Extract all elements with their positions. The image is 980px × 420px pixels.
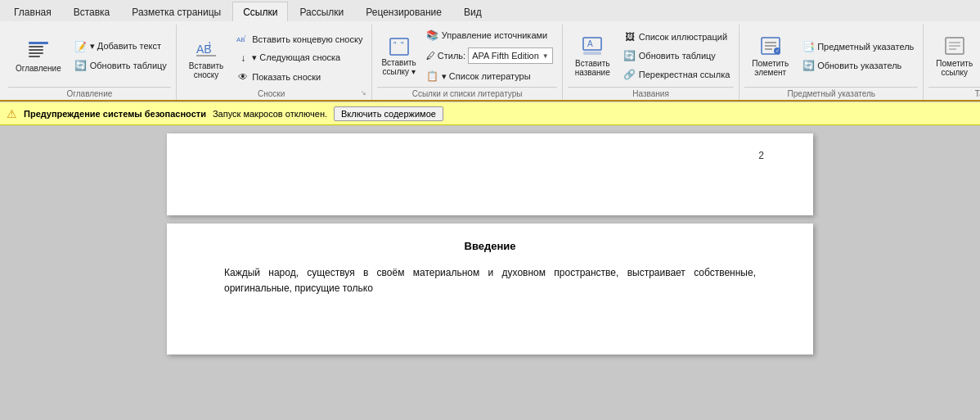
show-notes-label: Показать сноски [252, 72, 321, 82]
warning-message: Запуск макросов отключен. [213, 109, 327, 119]
next-footnote-button[interactable]: ↓ ▾ Следующая сноска [232, 49, 366, 67]
index-list-icon: 📑 [802, 40, 815, 53]
manage-sources-icon: 📚 [426, 29, 439, 42]
cross-reference-button[interactable]: 🔗 Перекрестная ссылка [619, 65, 735, 84]
cross-reference-icon: 🔗 [623, 68, 636, 81]
group-tableofauthorities: Пометить ссылку 📋 Таблица ссылок 🔄 Обнов… [924, 25, 980, 100]
index-list-label: Предметный указатель [817, 42, 914, 52]
group-citations: "" Вставить ссылку ▾ 📚 Управление источн… [372, 25, 562, 100]
mark-citation-button[interactable]: Пометить ссылку [928, 28, 980, 84]
mark-citation-label: Пометить ссылку [936, 59, 973, 77]
citation-icon: "" [388, 35, 411, 58]
svg-rect-3 [29, 52, 43, 54]
tab-insert[interactable]: Вставка [63, 2, 121, 21]
warning-icon: ⚠ [7, 107, 17, 120]
group-toc-label: Оглавление [8, 87, 171, 98]
add-text-label: ▾ Добавить текст [90, 41, 161, 52]
endnote-icon: ABi [236, 33, 249, 46]
toc-icon [27, 39, 50, 62]
insert-toc-label: Оглавление [16, 64, 61, 73]
insert-citation-button[interactable]: "" Вставить ссылку ▾ [377, 28, 420, 84]
update-toc-label: Обновить таблицу [90, 61, 167, 70]
tab-mailings[interactable]: Рассылки [289, 2, 354, 21]
insert-citation-label: Вставить ссылку ▾ [381, 58, 416, 76]
tab-review[interactable]: Рецензирование [355, 2, 452, 21]
enable-content-button[interactable]: Включить содержимое [334, 106, 443, 121]
svg-text:A: A [587, 39, 593, 48]
footnotes-expand-icon[interactable]: ↘ [361, 89, 366, 97]
illustrations-icon: 🖼 [623, 30, 636, 43]
ribbon: Главная Вставка Разметка страницы Ссылки… [0, 0, 980, 102]
addtext-icon: 📝 [74, 40, 88, 53]
ribbon-content: Оглавление 📝 ▾ Добавить текст 🔄 Обновить… [0, 21, 980, 102]
insert-toc-button[interactable]: Оглавление [8, 28, 69, 84]
style-text-label: Стиль: [438, 51, 465, 61]
page-bottom: Введение Каждый народ, существуя в своём… [167, 224, 813, 355]
style-dropdown[interactable]: APA Fifth Edition ▼ [468, 47, 553, 64]
page-top-content: 2 [167, 133, 813, 215]
mark-entry-label: Пометить элемент [752, 59, 789, 77]
insert-caption-label: Вставить название [575, 59, 610, 77]
update-captions-icon: 🔄 [623, 49, 636, 62]
illustrations-list-label: Список иллюстраций [639, 32, 727, 42]
updatetoc-icon: 🔄 [74, 59, 88, 72]
mark-entry-button[interactable]: ✓ Пометить элемент [744, 28, 796, 84]
style-dropdown-arrow: ▼ [542, 52, 549, 60]
document-text: Каждый народ, существуя в своём материал… [224, 265, 756, 296]
caption-icon: A [581, 34, 604, 57]
style-dropdown-value: APA Fifth Edition [472, 51, 539, 61]
group-captions-label: Названия [568, 87, 735, 98]
illustrations-list-button[interactable]: 🖼 Список иллюстраций [619, 28, 735, 46]
bibliography-button[interactable]: 📋 ▾ Список литературы [422, 67, 557, 85]
add-text-button[interactable]: 📝 ▾ Добавить текст [70, 38, 171, 56]
style-icon: 🖊 [426, 51, 435, 61]
update-toc-button[interactable]: 🔄 Обновить таблицу [70, 56, 171, 75]
svg-text:": " [393, 41, 397, 50]
insert-endnote-button[interactable]: ABi Вставить концевую сноску [232, 30, 366, 48]
update-table-captions-button[interactable]: 🔄 Обновить таблицу [619, 47, 735, 65]
update-table-captions-label: Обновить таблицу [639, 51, 716, 61]
warning-label: Предупреждение системы безопасности [24, 109, 206, 119]
mark-citation-icon [943, 34, 966, 57]
svg-rect-0 [29, 42, 48, 44]
manage-sources-button[interactable]: 📚 Управление источниками [422, 26, 557, 44]
tab-bar: Главная Вставка Разметка страницы Ссылки… [0, 0, 980, 21]
tab-pagelayout[interactable]: Разметка страницы [121, 2, 232, 21]
bibliography-label: ▾ Список литературы [442, 71, 531, 82]
svg-text:✓: ✓ [775, 48, 780, 53]
next-footnote-icon: ↓ [236, 52, 249, 65]
group-authorities-label: Таблица ссылок [928, 87, 980, 98]
page-bottom-content: Введение Каждый народ, существуя в своём… [167, 224, 813, 355]
group-captions: A Вставить название 🖼 Список иллюстраций… [563, 25, 740, 100]
page-top: 2 [167, 133, 813, 215]
insert-footnote-button[interactable]: AB1 Вставить сноску [182, 30, 231, 86]
warning-bar: ⚠ Предупреждение системы безопасности За… [0, 102, 980, 125]
next-footnote-label: ▾ Следующая сноска [252, 52, 340, 63]
svg-rect-4 [29, 56, 40, 57]
svg-rect-15 [583, 52, 601, 55]
group-index-label: Предметный указатель [744, 87, 918, 98]
svg-text:1: 1 [208, 40, 212, 47]
group-footnotes-label: Сноски [182, 89, 362, 98]
page-number: 2 [758, 150, 764, 161]
group-footnotes: AB1 Вставить сноску ABi Вставить концеву… [177, 25, 373, 100]
update-index-label: Обновить указатель [817, 61, 901, 70]
svg-text:": " [401, 41, 404, 50]
tab-references[interactable]: Ссылки [232, 2, 288, 21]
update-index-button[interactable]: 🔄 Обновить указатель [798, 56, 918, 75]
cross-reference-label: Перекрестная ссылка [639, 70, 731, 79]
document-area: 2 Введение Каждый народ, существуя в сво… [0, 125, 980, 420]
bibliography-icon: 📋 [426, 70, 439, 83]
insert-endnote-label: Вставить концевую сноску [252, 34, 362, 44]
index-list-button[interactable]: 📑 Предметный указатель [798, 38, 918, 56]
group-citations-label: Ссылки и списки литературы [377, 87, 556, 98]
show-notes-button[interactable]: 👁 Показать сноски [232, 68, 366, 86]
svg-rect-1 [29, 46, 43, 47]
tab-home[interactable]: Главная [3, 2, 62, 21]
group-index: ✓ Пометить элемент 📑 Предметный указател… [739, 25, 924, 100]
document-heading: Введение [224, 240, 756, 252]
insert-caption-button[interactable]: A Вставить название [568, 28, 618, 84]
style-selector[interactable]: 🖊 Стиль: APA Fifth Edition ▼ [422, 45, 557, 66]
svg-text:i: i [245, 34, 245, 38]
tab-view[interactable]: Вид [453, 2, 492, 21]
